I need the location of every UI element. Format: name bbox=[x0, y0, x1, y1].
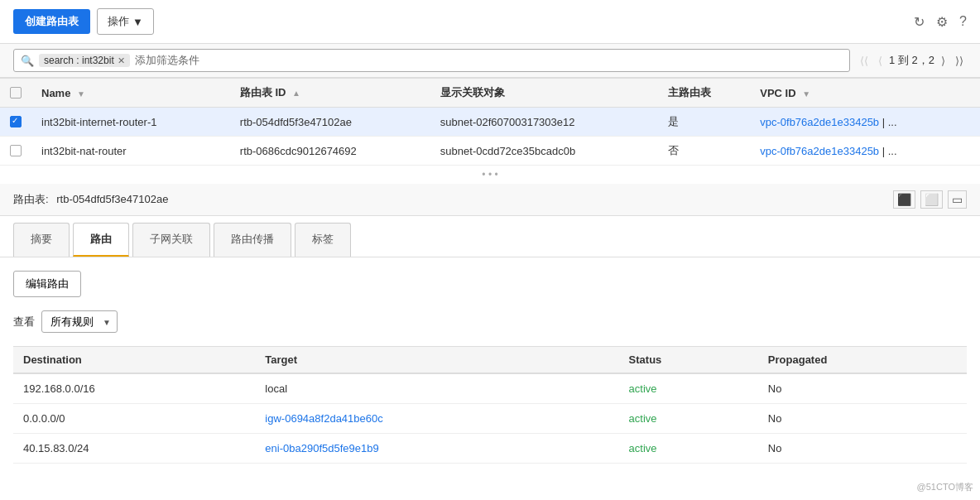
pagination: ⟨⟨ ⟨ 1 到 2，2 ⟩ ⟩⟩ bbox=[857, 53, 967, 69]
header-checkbox[interactable] bbox=[10, 87, 22, 99]
row-vpc-id: vpc-0fb76a2de1e33425b | ... bbox=[750, 108, 980, 137]
route-tables-table: Name ▼ 路由表 ID ▲ 显示关联对象 主路由表 VPC ID ▼ bbox=[0, 78, 980, 166]
route-status: active bbox=[619, 434, 758, 464]
status-active-text: active bbox=[629, 412, 657, 425]
row-checkbox-cell bbox=[0, 108, 31, 137]
search-icon: 🔍 bbox=[21, 55, 34, 67]
routes-table-row: 192.168.0.0/16 local active No bbox=[13, 373, 967, 404]
sort-id-icon[interactable]: ▲ bbox=[292, 89, 300, 98]
pagination-last-icon[interactable]: ⟩⟩ bbox=[952, 53, 967, 69]
route-propagated: No bbox=[758, 373, 967, 404]
content-area: 编辑路由 查看 所有规则活跃规则 ▼ Destination Target St… bbox=[0, 257, 980, 477]
toolbar-right: ↻ ⚙ ? bbox=[914, 14, 967, 30]
filter-select-wrapper: 所有规则活跃规则 ▼ bbox=[41, 310, 118, 333]
row-main-route-table: 是 bbox=[658, 108, 751, 137]
vpc-id-link[interactable]: vpc-0fb76a2de1e33425b bbox=[760, 145, 879, 157]
routes-table-row: 40.15.83.0/24 eni-0ba290f5d5fe9e1b9 acti… bbox=[13, 434, 967, 464]
create-route-table-button[interactable]: 创建路由表 bbox=[13, 9, 90, 34]
route-target: igw-0694a8f2da41be60c bbox=[255, 404, 618, 434]
tabs: 摘要路由子网关联路由传播标签 bbox=[0, 216, 980, 257]
search-tag-text: search : int32bit bbox=[44, 55, 114, 66]
action-label: 操作 bbox=[108, 14, 129, 29]
target-link[interactable]: eni-0ba290f5d5fe9e1b9 bbox=[265, 442, 378, 454]
route-propagated: No bbox=[758, 404, 967, 434]
detail-value: rtb-054dfd5f3e47102ae bbox=[56, 193, 168, 205]
edit-routes-button[interactable]: 编辑路由 bbox=[13, 271, 81, 297]
detail-label: 路由表: bbox=[13, 193, 49, 205]
status-active-text: active bbox=[629, 442, 657, 454]
row-checkbox[interactable] bbox=[10, 145, 22, 156]
view-icon-split[interactable]: ⬛ bbox=[893, 190, 915, 209]
view-icon-bottom[interactable]: ⬜ bbox=[920, 190, 943, 209]
row-name: int32bit-internet-router-1 bbox=[31, 108, 230, 137]
tab-摘要[interactable]: 摘要 bbox=[13, 223, 70, 257]
routes-table: Destination Target Status Propagated 192… bbox=[13, 346, 967, 464]
pagination-prev-icon[interactable]: ⟨ bbox=[875, 53, 886, 69]
row-route-table-id: rtb-054dfd5f3e47102ae bbox=[230, 108, 430, 137]
row-name: int32bit-nat-router bbox=[31, 137, 230, 166]
filter-select[interactable]: 所有规则活跃规则 bbox=[41, 310, 118, 333]
detail-section: 路由表: rtb-054dfd5f3e47102ae ⬛ ⬜ ▭ bbox=[0, 184, 980, 216]
routes-table-row: 0.0.0.0/0 igw-0694a8f2da41be60c active N… bbox=[13, 404, 967, 434]
table-header-route-table-id: 路由表 ID ▲ bbox=[230, 79, 430, 108]
row-display-association: subnet-0cdd72ce35bcadc0b bbox=[430, 137, 658, 166]
row-vpc-id: vpc-0fb76a2de1e33425b | ... bbox=[750, 137, 980, 166]
add-filter-text[interactable]: 添加筛选条件 bbox=[135, 53, 199, 68]
route-destination: 192.168.0.0/16 bbox=[13, 373, 255, 404]
routes-header-target: Target bbox=[255, 347, 618, 374]
row-main-route-table: 否 bbox=[658, 137, 751, 166]
action-arrow-icon: ▼ bbox=[132, 16, 143, 28]
table-header-display-association: 显示关联对象 bbox=[430, 79, 658, 108]
toolbar-left: 创建路由表 操作 ▼ bbox=[13, 8, 154, 35]
search-box[interactable]: 🔍 search : int32bit ✕ 添加筛选条件 bbox=[13, 49, 850, 72]
refresh-icon[interactable]: ↻ bbox=[914, 14, 925, 30]
target-link[interactable]: igw-0694a8f2da41be60c bbox=[265, 412, 382, 425]
table-header-main-route-table: 主路由表 bbox=[658, 79, 751, 108]
target-text: local bbox=[265, 382, 287, 395]
action-button[interactable]: 操作 ▼ bbox=[97, 8, 154, 35]
route-status: active bbox=[619, 373, 758, 404]
search-tag: search : int32bit ✕ bbox=[39, 54, 130, 67]
detail-title: 路由表: rtb-054dfd5f3e47102ae bbox=[13, 192, 168, 207]
routes-header-status: Status bbox=[619, 347, 758, 374]
route-propagated: No bbox=[758, 434, 967, 464]
row-checkbox[interactable] bbox=[10, 116, 22, 127]
table-header-name: Name ▼ bbox=[31, 79, 230, 108]
sort-name-icon[interactable]: ▼ bbox=[77, 89, 85, 99]
toolbar: 创建路由表 操作 ▼ ↻ ⚙ ? bbox=[0, 0, 980, 44]
route-target: eni-0ba290f5d5fe9e1b9 bbox=[255, 434, 618, 464]
route-destination: 0.0.0.0/0 bbox=[13, 404, 255, 434]
filter-label: 查看 bbox=[13, 315, 35, 329]
route-target: local bbox=[255, 373, 618, 404]
help-icon[interactable]: ? bbox=[959, 14, 967, 29]
view-icons: ⬛ ⬜ ▭ bbox=[893, 190, 967, 209]
tab-子网关联[interactable]: 子网关联 bbox=[132, 223, 210, 257]
status-active-text: active bbox=[629, 382, 657, 395]
table-row[interactable]: int32bit-nat-router rtb-0686cdc901267469… bbox=[0, 137, 980, 166]
pagination-next-icon[interactable]: ⟩ bbox=[938, 53, 949, 69]
filter-row: 查看 所有规则活跃规则 ▼ bbox=[13, 310, 967, 333]
vpc-id-link[interactable]: vpc-0fb76a2de1e33425b bbox=[760, 116, 879, 128]
table-row[interactable]: int32bit-internet-router-1 rtb-054dfd5f3… bbox=[0, 108, 980, 137]
tab-路由传播[interactable]: 路由传播 bbox=[214, 223, 291, 257]
routes-header-destination: Destination bbox=[13, 347, 255, 374]
table-header-checkbox bbox=[0, 79, 31, 108]
row-checkbox-cell bbox=[0, 137, 31, 166]
divider: • • • bbox=[0, 166, 980, 184]
sort-vpc-icon[interactable]: ▼ bbox=[802, 89, 810, 99]
search-tag-close-icon[interactable]: ✕ bbox=[118, 55, 125, 66]
routes-header-propagated: Propagated bbox=[758, 347, 967, 374]
row-route-table-id: rtb-0686cdc9012674692 bbox=[230, 137, 430, 166]
pagination-text: 1 到 2，2 bbox=[889, 53, 934, 68]
pagination-first-icon[interactable]: ⟨⟨ bbox=[857, 53, 872, 69]
tab-路由[interactable]: 路由 bbox=[73, 223, 129, 257]
view-icon-right[interactable]: ▭ bbox=[948, 190, 967, 209]
search-bar: 🔍 search : int32bit ✕ 添加筛选条件 ⟨⟨ ⟨ 1 到 2，… bbox=[0, 44, 980, 78]
route-destination: 40.15.83.0/24 bbox=[13, 434, 255, 464]
tab-标签[interactable]: 标签 bbox=[295, 223, 351, 257]
settings-icon[interactable]: ⚙ bbox=[936, 14, 948, 30]
route-status: active bbox=[619, 404, 758, 434]
table-header-vpc-id: VPC ID ▼ bbox=[750, 79, 980, 108]
row-display-association: subnet-02f60700317303e12 bbox=[430, 108, 658, 137]
